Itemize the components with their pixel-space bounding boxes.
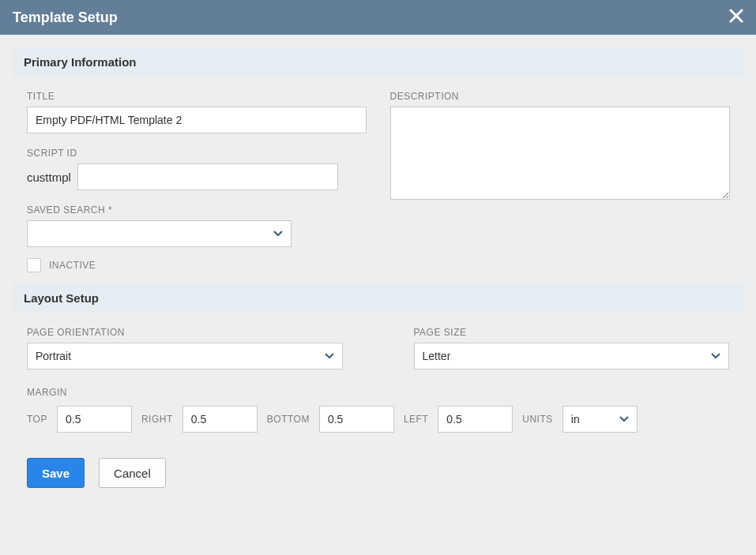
inactive-label: INACTIVE — [49, 260, 96, 271]
inactive-checkbox[interactable] — [27, 258, 41, 272]
page-size-label: PAGE SIZE — [414, 327, 730, 338]
dialog-title: Template Setup — [13, 9, 118, 26]
dialog-titlebar: Template Setup — [0, 0, 756, 35]
margin-left-label: LEFT — [404, 414, 428, 425]
margin-top-label: TOP — [27, 414, 47, 425]
margin-bottom-input[interactable] — [319, 406, 394, 433]
script-id-input[interactable] — [77, 163, 338, 190]
script-id-label: SCRIPT ID — [27, 148, 367, 159]
description-textarea[interactable] — [390, 107, 730, 200]
cancel-button[interactable]: Cancel — [99, 458, 166, 488]
section-header-layout: Layout Setup — [13, 283, 743, 313]
chevron-down-icon — [325, 353, 334, 359]
orientation-select[interactable]: Portrait — [27, 343, 343, 369]
template-setup-dialog: Template Setup Primary Information TITLE… — [0, 0, 756, 555]
script-id-prefix: custtmpl — [27, 171, 71, 184]
margin-left-input[interactable] — [438, 406, 513, 433]
chevron-down-icon — [619, 416, 629, 422]
margin-right-label: RIGHT — [141, 414, 173, 425]
save-button[interactable]: Save — [27, 458, 85, 488]
margin-right-input[interactable] — [182, 406, 258, 433]
section-header-primary: Primary Information — [13, 47, 743, 77]
saved-search-label: SAVED SEARCH * — [27, 204, 367, 216]
title-input[interactable] — [27, 107, 367, 133]
margin-top-input[interactable] — [57, 406, 132, 433]
margin-units-select[interactable]: in — [562, 406, 638, 433]
saved-search-select[interactable] — [27, 220, 291, 247]
chevron-down-icon — [711, 353, 720, 359]
margin-label: MARGIN — [27, 387, 729, 398]
orientation-label: PAGE ORIENTATION — [27, 327, 343, 338]
margin-bottom-label: BOTTOM — [267, 414, 310, 425]
close-icon[interactable] — [729, 9, 743, 26]
margin-units-label: UNITS — [522, 414, 553, 425]
description-label: DESCRIPTION — [390, 91, 730, 102]
page-size-select[interactable]: Letter — [414, 343, 730, 369]
chevron-down-icon — [273, 231, 283, 237]
page-size-value: Letter — [423, 350, 451, 362]
title-label: TITLE — [27, 91, 367, 102]
margin-units-value: in — [571, 413, 580, 426]
orientation-value: Portrait — [36, 350, 71, 362]
